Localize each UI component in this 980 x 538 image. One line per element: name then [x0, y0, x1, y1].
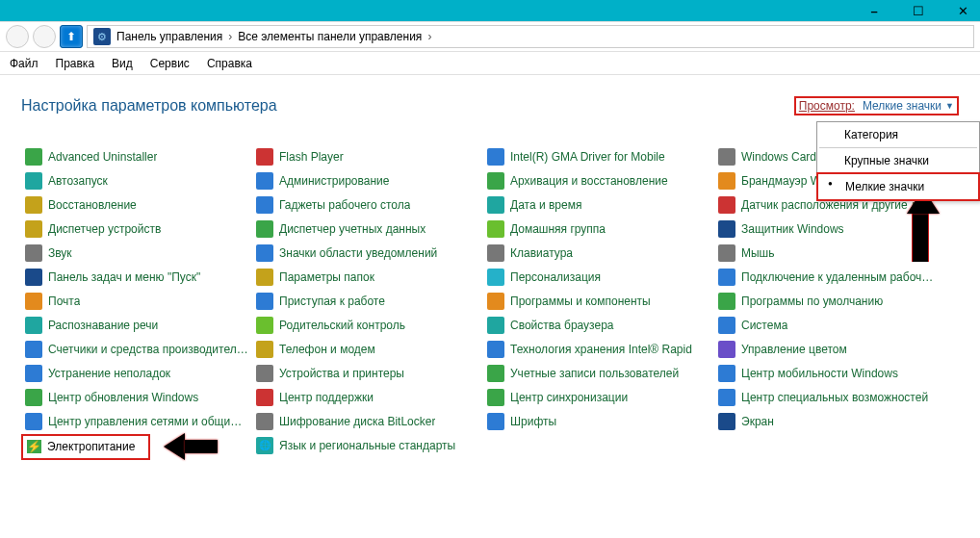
battery-icon: ⚡ — [27, 440, 41, 453]
cp-item-label: Экран — [741, 415, 774, 428]
cp-item-icon — [25, 220, 42, 238]
up-button[interactable]: ⬆ — [60, 25, 83, 48]
cp-item[interactable]: Гаджеты рабочего стола — [252, 192, 483, 217]
cp-item[interactable]: Центр специальных возможностей — [714, 385, 945, 409]
chevron-down-icon: ▼ — [945, 101, 954, 111]
view-dropdown-menu: Категория Крупные значки Мелкие значки — [816, 121, 980, 201]
cp-item[interactable]: Технология хранения Intel® Rapid — [483, 337, 714, 361]
cp-item-label: Центр мобильности Windows — [741, 367, 898, 380]
cp-item[interactable]: Intel(R) GMA Driver for Mobile — [483, 144, 714, 168]
cp-item[interactable]: Диспетчер учетных данных — [252, 217, 483, 241]
cp-item[interactable]: Значки области уведомлений — [252, 241, 483, 265]
main-content: Настройка параметров компьютера Просмотр… — [0, 75, 980, 460]
cp-item-language-region[interactable]: 🌐 Язык и региональные стандарты — [252, 433, 483, 457]
cp-item[interactable]: Управление цветом — [714, 337, 945, 361]
view-option-small-icons[interactable]: Мелкие значки — [816, 172, 980, 201]
breadcrumb-part[interactable]: Панель управления — [116, 30, 222, 43]
cp-item[interactable]: Центр поддержки — [252, 385, 483, 409]
menu-help[interactable]: Справка — [207, 57, 252, 70]
cp-item-label: Персонализация — [510, 270, 601, 284]
cp-item[interactable]: Центр мобильности Windows — [714, 361, 945, 385]
cp-item-icon — [487, 196, 504, 214]
cp-item[interactable]: Параметры папок — [252, 265, 483, 289]
maximize-icon — [913, 4, 924, 18]
view-by-current: Мелкие значки — [863, 99, 941, 113]
cp-item[interactable]: Устройства и принтеры — [252, 361, 483, 385]
view-by-dropdown[interactable]: Мелкие значки ▼ — [863, 99, 954, 113]
cp-item[interactable]: Учетные записи пользователей — [483, 361, 714, 385]
cp-item[interactable]: Родительский контроль — [252, 313, 483, 337]
cp-item-icon — [718, 389, 735, 406]
cp-item[interactable]: Телефон и модем — [252, 337, 483, 361]
forward-button[interactable] — [33, 25, 56, 48]
cp-item-label: Гаджеты рабочего стола — [279, 198, 410, 212]
cp-item-icon — [256, 244, 273, 262]
address-bar[interactable]: ⚙ Панель управления › Все элементы панел… — [87, 25, 974, 48]
menu-file[interactable]: Файл — [10, 57, 39, 70]
cp-item-label: Устранение неполадок — [48, 367, 170, 380]
cp-item[interactable]: Звук — [21, 241, 252, 265]
cp-item[interactable]: Шифрование диска BitLocker — [252, 409, 483, 433]
menu-service[interactable]: Сервис — [150, 57, 190, 70]
cp-item[interactable]: Домашняя группа — [483, 217, 714, 241]
cp-item[interactable]: Центр синхронизации — [483, 385, 714, 409]
cp-item-icon — [487, 413, 504, 430]
cp-item[interactable]: Администрирование — [252, 168, 483, 192]
menu-view[interactable]: Вид — [112, 57, 133, 70]
cp-item-label: Домашняя группа — [510, 222, 606, 236]
menu-edit[interactable]: Правка — [56, 57, 95, 70]
close-button[interactable] — [949, 0, 976, 21]
breadcrumb-part[interactable]: Все элементы панели управления — [238, 30, 422, 43]
cp-item-label: Звук — [48, 246, 72, 260]
cp-item[interactable]: Автозапуск — [21, 168, 252, 192]
cp-item[interactable]: Архивация и восстановление — [483, 168, 714, 192]
cp-item-label: Центр управления сетями и общи… — [48, 415, 242, 428]
view-by-label: Просмотр: — [799, 99, 855, 113]
cp-item[interactable]: Диспетчер устройств — [21, 217, 252, 241]
cp-item-label: Центр обновления Windows — [48, 391, 198, 404]
cp-item[interactable]: Приступая к работе — [252, 289, 483, 313]
cp-item[interactable]: Flash Player — [252, 144, 483, 168]
cp-item-label: Счетчики и средства производител… — [48, 343, 248, 356]
cp-item[interactable]: Свойства браузера — [483, 313, 714, 337]
cp-item[interactable]: Программы и компоненты — [483, 289, 714, 313]
cp-item-label: Дата и время — [510, 198, 581, 212]
cp-item[interactable]: Центр управления сетями и общи… — [21, 409, 252, 433]
cp-item[interactable]: Дата и время — [483, 192, 714, 217]
maximize-button[interactable] — [905, 0, 932, 21]
cp-item-label: Защитник Windows — [741, 222, 844, 236]
cp-item-label: Почта — [48, 295, 80, 308]
cp-item-label: Архивация и восстановление — [510, 174, 668, 188]
cp-item[interactable]: Шрифты — [483, 409, 714, 433]
view-option-category[interactable]: Категория — [817, 122, 979, 147]
cp-item[interactable]: Программы по умолчанию — [714, 289, 945, 313]
back-button[interactable] — [6, 25, 29, 48]
cp-item[interactable]: Восстановление — [21, 192, 252, 217]
cp-item[interactable]: Почта — [21, 289, 252, 313]
minimize-icon — [870, 4, 877, 18]
cp-item[interactable]: Система — [714, 313, 945, 337]
cp-item[interactable]: Панель задач и меню "Пуск" — [21, 265, 252, 289]
cp-item[interactable]: Устранение неполадок — [21, 361, 252, 385]
minimize-button[interactable] — [861, 0, 888, 21]
cp-item-icon — [256, 196, 273, 214]
cp-item[interactable]: Подключение к удаленным рабоч… — [714, 265, 945, 289]
cp-item[interactable]: Advanced Uninstaller — [21, 144, 252, 168]
cp-item-electropower[interactable]: ⚡ Электропитание — [21, 434, 150, 460]
cp-item[interactable]: Распознавание речи — [21, 313, 252, 337]
cp-item[interactable]: Счетчики и средства производител… — [21, 337, 252, 361]
cp-item[interactable]: Персонализация — [483, 265, 714, 289]
chevron-right-icon: › — [427, 30, 431, 43]
cp-item[interactable]: Экран — [714, 409, 945, 433]
view-option-large-icons[interactable]: Крупные значки — [817, 148, 979, 173]
cp-item-icon — [256, 341, 273, 358]
cp-item-icon — [25, 269, 42, 286]
cp-item-label: Технология хранения Intel® Rapid — [510, 343, 692, 356]
cp-item[interactable]: Центр обновления Windows — [21, 385, 252, 409]
cp-item-label: Система — [741, 319, 787, 332]
cp-item-icon — [487, 293, 504, 310]
cp-item-icon — [256, 365, 273, 382]
cp-item-label: Управление цветом — [741, 343, 847, 356]
cp-item[interactable]: Клавиатура — [483, 241, 714, 265]
cp-item-icon — [487, 148, 504, 166]
